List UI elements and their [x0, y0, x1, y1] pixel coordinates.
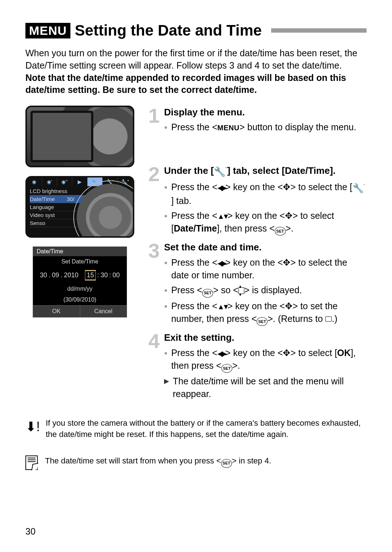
up-down-key-icon: ▲▼	[217, 302, 228, 312]
set-button-icon: SET	[221, 459, 232, 468]
caution-icon: ⬇︎!	[25, 418, 38, 440]
caution-note: ⬇︎! If you store the camera without the …	[25, 418, 367, 440]
set-button-icon: SET	[221, 364, 232, 373]
step-3-bullet-1: Press the <◀▶> key on the <✥> to select …	[164, 256, 367, 282]
step-2-bullet-1: Press the <◀▶> key on the <✥> to select …	[164, 181, 367, 207]
page-heading: MENU Setting the Date and Time	[25, 22, 367, 39]
set-button-icon: SET	[257, 317, 268, 326]
set-button-icon: SET	[275, 227, 286, 236]
left-right-key-icon: ◀▶	[217, 183, 225, 193]
step-3-bullet-2: Press <SET> so <> is displayed.	[164, 284, 367, 298]
info-note: The date/time set will start from when y…	[25, 455, 367, 470]
caution-note-text: If you store the camera without the batt…	[46, 418, 367, 440]
left-right-key-icon: ◀▶	[217, 348, 225, 359]
step-3-title: Set the date and time.	[164, 241, 367, 254]
step-3-number: 3	[145, 241, 160, 328]
cross-key-icon: ✥	[283, 257, 290, 267]
step-4-number: 4	[145, 331, 160, 402]
step-1-number: 1	[145, 106, 160, 136]
left-right-key-icon: ◀▶	[217, 258, 225, 268]
set-button-icon: SET	[202, 289, 213, 298]
heading-rule	[271, 28, 367, 33]
cross-key-icon: ✥	[285, 301, 293, 311]
page-number: 30	[25, 526, 36, 537]
step-1-title: Display the menu.	[164, 106, 367, 119]
step-2: 2 Under the [🔧¨] tab, select [Date/Time]…	[145, 164, 367, 238]
updown-field-icon	[238, 287, 244, 294]
step-4: 4 Exit the setting. Press the <◀▶> key o…	[145, 331, 367, 402]
wrench-tab-icon: 🔧¨	[352, 182, 366, 195]
wrench-tab-icon: 🔧¨	[214, 165, 227, 178]
field-box-icon	[325, 316, 332, 322]
step-3: 3 Set the date and time. Press the <◀▶> …	[145, 241, 367, 328]
step-4-bullet-1: Press the <◀▶> key on the <✥> to select …	[164, 347, 367, 373]
step-2-title: Under the [🔧¨] tab, select [Date/Time].	[164, 164, 367, 178]
menu-button-icon: MENU	[217, 124, 240, 132]
menu-badge: MENU	[25, 23, 70, 38]
up-down-key-icon: ▲▼	[217, 211, 228, 221]
note-page-icon	[25, 455, 38, 470]
camera-back-thumbnail	[25, 106, 134, 167]
cross-key-icon: ✥	[283, 182, 290, 192]
menu-item-datetime: Date/Time	[30, 196, 55, 202]
step-1-bullet-1: Press the <MENU> button to display the m…	[164, 121, 367, 134]
dt-highlighted-hour: 15	[85, 270, 96, 281]
intro-text: When you turn on the power for the first…	[25, 47, 367, 96]
dt-ok-button: OK	[33, 305, 80, 317]
step-3-bullet-3: Press the <▲▼> key on the <✥> to set the…	[164, 300, 367, 326]
cross-key-icon: ✥	[283, 348, 290, 358]
cross-key-icon: ✥	[285, 210, 293, 221]
menu-screen-thumbnail: ◉◉'◉"▶ 🔧🔧'🔧" LCD brightness Date/Time 30…	[25, 176, 134, 238]
dt-set-label: Set Date/Time	[33, 256, 127, 267]
step-4-title: Exit the setting.	[164, 331, 367, 344]
datetime-dialog-thumbnail: Date/Time Set Date/Time 30. 09. 2010 15:…	[33, 246, 127, 318]
intro-p2: Note that the date/time appended to reco…	[25, 72, 367, 97]
dt-header: Date/Time	[33, 247, 127, 256]
dt-cancel-button: Cancel	[80, 305, 127, 317]
dt-format: dd/mm/yy	[33, 283, 127, 294]
step-1: 1 Display the menu. Press the <MENU> but…	[145, 106, 367, 136]
dt-paren: (30/09/2010)	[33, 294, 127, 305]
step-2-bullet-2: Press the <▲▼> key on the <✥> to select …	[164, 209, 367, 236]
step-4-bullet-2: The date/time will be set and the menu w…	[164, 375, 367, 400]
intro-p1: When you turn on the power for the first…	[25, 47, 367, 72]
heading-title: Setting the Date and Time	[75, 22, 262, 39]
step-2-number: 2	[145, 164, 160, 238]
info-note-text: The date/time set will start from when y…	[45, 455, 271, 470]
